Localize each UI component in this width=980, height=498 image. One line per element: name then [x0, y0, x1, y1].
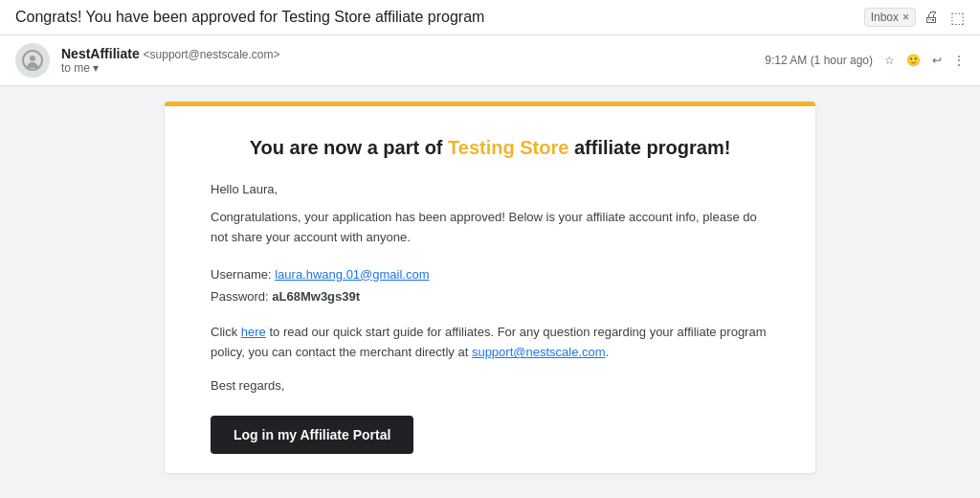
emoji-icon[interactable]: 🙂: [906, 54, 921, 67]
email-time: 9:12 AM (1 hour ago): [765, 54, 873, 67]
email-actions: ☆ 🙂 ↩ ⋮: [884, 54, 965, 67]
inbox-badge: Inbox ×: [864, 8, 916, 27]
username-label: Username:: [211, 267, 275, 282]
inbox-label: Inbox: [871, 11, 899, 24]
username-line: Username: laura.hwang.01@gmail.com: [211, 263, 769, 285]
headline-suffix: affiliate program!: [568, 137, 730, 158]
star-icon[interactable]: ☆: [884, 54, 895, 67]
email-congrats-text: Congratulations, your application has be…: [211, 208, 769, 248]
username-link[interactable]: laura.hwang.01@gmail.com: [275, 267, 429, 282]
sender-email: <support@nestscale.com>: [144, 48, 280, 61]
top-bar-actions: 🖨 ⬚: [924, 9, 965, 27]
sender-name: NestAffiliate: [61, 46, 140, 61]
password-line: Password: aL68Mw3gs39t: [211, 285, 769, 307]
sender-bar: NestAffiliate <support@nestscale.com> to…: [0, 35, 980, 86]
sender-to[interactable]: to me ▾: [61, 61, 753, 75]
email-content: You are now a part of Testing Store affi…: [165, 106, 815, 473]
password-label: Password:: [211, 289, 272, 304]
top-bar: Congrats! You have been approved for Tes…: [0, 0, 980, 35]
headline-store: Testing Store: [448, 137, 568, 158]
guide-text-before: Click: [211, 325, 241, 339]
email-guide-text: Click here to read our quick start guide…: [211, 323, 769, 363]
headline-prefix: You are now a part of: [250, 137, 448, 158]
email-headline: You are now a part of Testing Store affi…: [211, 137, 769, 159]
email-subject: Congrats! You have been approved for Tes…: [15, 9, 857, 26]
best-regards: Best regards,: [211, 378, 769, 393]
email-card: You are now a part of Testing Store affi…: [165, 102, 815, 473]
svg-point-1: [30, 56, 35, 61]
reply-icon[interactable]: ↩: [932, 54, 942, 67]
sender-info: NestAffiliate <support@nestscale.com> to…: [61, 46, 753, 75]
sender-avatar: [15, 43, 50, 78]
support-email-link[interactable]: support@nestscale.com: [472, 345, 606, 359]
email-credentials: Username: laura.hwang.01@gmail.com Passw…: [211, 263, 769, 308]
guide-link[interactable]: here: [241, 325, 266, 339]
email-greeting: Hello Laura,: [211, 182, 769, 196]
email-body-area: You are now a part of Testing Store affi…: [0, 86, 980, 488]
sender-name-line: NestAffiliate <support@nestscale.com>: [61, 46, 753, 61]
badge-close-icon[interactable]: ×: [902, 11, 909, 24]
more-icon[interactable]: ⋮: [953, 54, 965, 67]
sender-time-area: 9:12 AM (1 hour ago) ☆ 🙂 ↩ ⋮: [765, 54, 965, 67]
print-icon[interactable]: 🖨: [924, 9, 939, 26]
password-value: aL68Mw3gs39t: [272, 289, 360, 304]
guide-text-end: .: [606, 345, 610, 359]
login-portal-button[interactable]: Log in my Affiliate Portal: [211, 416, 413, 454]
new-window-icon[interactable]: ⬚: [950, 9, 965, 27]
